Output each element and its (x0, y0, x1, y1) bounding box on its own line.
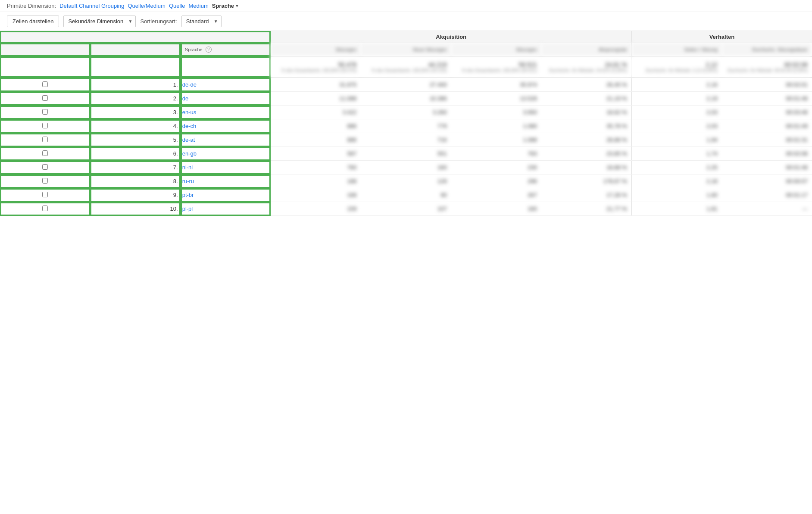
row-dimension-value: ru-ru (181, 174, 271, 188)
row-val-1: 129 (361, 174, 451, 188)
dimension-value-link[interactable]: de (182, 95, 188, 102)
row-rank: 6. (90, 147, 180, 161)
dimension-value-link[interactable]: en-gb (182, 150, 197, 157)
table-row: 8.ru-ru188129296178,67 %2,1800:00:07 (0, 174, 812, 188)
summary-rank (90, 56, 180, 78)
dim-link-quelle[interactable]: Quelle (169, 3, 185, 9)
row-rank: 5. (90, 133, 180, 147)
summary-cb (0, 56, 90, 78)
row-val-4: 2,03 (631, 119, 721, 133)
row-val-4: 1,60 (631, 188, 721, 202)
table-row: 1.de-de31.87527.40035.97426,45 %2,1600:0… (0, 78, 812, 92)
col-header-neue-sitzungen[interactable]: Neue Sitzungen (361, 43, 451, 57)
summary-val-5: 00:02:06 Durchschn. für Website: 00:02:0… (722, 56, 812, 78)
sortierungsart-label: Sortierungsart: (140, 18, 177, 25)
dimension-value-link[interactable]: nl-nl (182, 164, 193, 171)
row-checkbox-9[interactable] (42, 206, 48, 211)
dimension-value-link[interactable]: de-ch (182, 123, 197, 129)
col-header-absprungrate[interactable]: Absprungrate (541, 43, 631, 57)
dimension-section-header (0, 31, 271, 43)
row-rank: 2. (90, 92, 180, 106)
row-val-1: 160 (361, 161, 451, 174)
row-val-3: 35,78 % (541, 119, 631, 133)
row-checkbox-cell (0, 92, 90, 106)
sort-select[interactable]: Standard Wert Prozent (181, 16, 222, 27)
row-val-3: 18,88 % (541, 161, 631, 174)
col-header-sitzungen2[interactable]: Sitzungen (451, 43, 541, 57)
row-val-2: 1.088 (451, 133, 541, 147)
row-rank: 10. (90, 202, 180, 216)
row-val-1: 10.386 (361, 92, 451, 106)
row-checkbox-4[interactable] (42, 137, 48, 142)
row-checkbox-cell (0, 161, 90, 174)
row-val-4: 2,03 (631, 106, 721, 119)
sekundare-dimension-select[interactable]: Sekundäre Dimension (63, 16, 136, 27)
row-val-5: 00:01:48 (722, 92, 812, 106)
primary-dimension-label: Primäre Dimension: (7, 3, 56, 9)
dim-link-default-channel[interactable]: Default Channel Grouping (59, 3, 124, 9)
row-val-0: 886 (271, 133, 361, 147)
col-header-sitzungsdauer[interactable]: Durchschn. Sitzungsdauer (722, 43, 812, 57)
row-checkbox-cell (0, 174, 90, 188)
row-val-2: 230 (451, 161, 541, 174)
row-dimension-value: en-gb (181, 147, 271, 161)
row-checkbox-1[interactable] (42, 95, 48, 101)
summary-val-2: 59.521 % des Gesamtwerts: 100,00% (59.52… (451, 56, 541, 78)
dim-dropdown-sprache[interactable]: Sprache ▼ (212, 3, 239, 9)
row-val-2: 267 (451, 188, 541, 202)
summary-dimension (181, 56, 271, 78)
row-val-5: 00:00:07 (722, 174, 812, 188)
row-checkbox-8[interactable] (42, 192, 48, 197)
row-val-2: 783 (451, 147, 541, 161)
dim-link-quelle-medium[interactable]: Quelle/Medium (128, 3, 165, 9)
row-dimension-value: de (181, 92, 271, 106)
row-val-3: 21,19 % (541, 92, 631, 106)
dimension-value-link[interactable]: pt-br (182, 192, 194, 198)
row-checkbox-3[interactable] (42, 123, 48, 128)
dimension-value-link[interactable]: ru-ru (182, 178, 194, 184)
row-val-2: 13.528 (451, 92, 541, 106)
row-checkbox-6[interactable] (42, 164, 48, 170)
row-checkbox-cell (0, 106, 90, 119)
sprache-dropdown-arrow: ▼ (235, 3, 239, 8)
dim-link-medium[interactable]: Medium (189, 3, 209, 9)
help-icon[interactable]: ? (206, 47, 212, 53)
row-val-0: 168 (271, 188, 361, 202)
row-val-2: 35.974 (451, 78, 541, 92)
col-header-sitzungen[interactable]: Sitzungen (271, 43, 361, 57)
row-val-5: 00:01:49 (722, 119, 812, 133)
row-val-1: 779 (361, 119, 451, 133)
table-row: 4.de-ch8867791.08035,78 %2,0300:01:49 (0, 119, 812, 133)
row-checkbox-2[interactable] (42, 109, 48, 115)
dimension-value-link[interactable]: en-us (182, 109, 197, 115)
main-content: Akquisition Verhalten Sprache ? Sitzunge… (0, 31, 812, 216)
dimension-value-link[interactable]: de-at (182, 137, 195, 143)
zeilen-darstellen-button[interactable]: Zeilen darstellen (7, 16, 59, 27)
row-checkbox-7[interactable] (42, 178, 48, 184)
sekundare-dimension-wrapper: Sekundäre Dimension ▼ (63, 16, 136, 27)
dimension-value-link[interactable]: de-de (182, 81, 197, 88)
row-checkbox-5[interactable] (42, 150, 48, 156)
row-checkbox-0[interactable] (42, 81, 48, 87)
row-dimension-value: nl-nl (181, 161, 271, 174)
data-table: Akquisition Verhalten Sprache ? Sitzunge… (0, 31, 812, 216)
row-val-2: 296 (451, 174, 541, 188)
summary-val-0: 50.476 % des Gesamtwerts: 100,00% (50.47… (271, 56, 361, 78)
row-val-4: 1,94 (631, 133, 721, 147)
col-header-seiten[interactable]: Seiten / Sitzung (631, 43, 721, 57)
row-checkbox-cell (0, 147, 90, 161)
row-val-5: --- (722, 202, 812, 216)
table-row: 2.de11.08810.38613.52821,19 %2,1900:01:4… (0, 92, 812, 106)
row-val-0: 188 (271, 174, 361, 188)
primary-dimension-bar: Primäre Dimension: Default Channel Group… (0, 0, 812, 12)
row-rank: 4. (90, 119, 180, 133)
row-dimension-value: de-at (181, 133, 271, 147)
row-val-5: 00:02:01 (722, 78, 812, 92)
row-val-3: 28,88 % (541, 133, 631, 147)
row-dimension-value: de-ch (181, 119, 271, 133)
dimension-value-link[interactable]: pl-pl (182, 206, 193, 212)
row-dimension-value: en-us (181, 106, 271, 119)
table-row: 3.en-us3.4223.2603.95018,62 %2,0300:03:4… (0, 106, 812, 119)
row-rank: 3. (90, 106, 180, 119)
row-val-3: 23,85 % (541, 147, 631, 161)
